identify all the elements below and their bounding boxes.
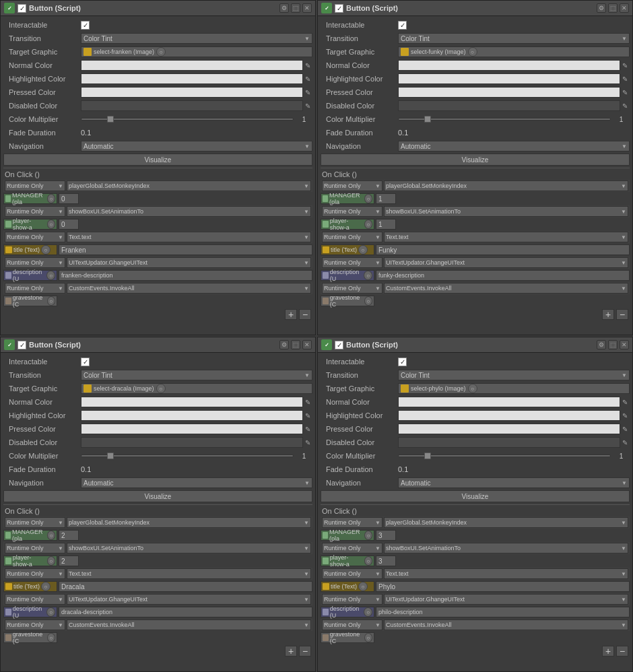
header-icon-1-1[interactable]: ⬚ xyxy=(608,3,618,13)
pressed-color-edit-icon[interactable]: ✎ xyxy=(303,88,312,97)
add-event-button[interactable]: + xyxy=(285,309,297,320)
desc-circle-3[interactable]: ○ xyxy=(364,607,372,617)
ok-icon-2[interactable]: ✓ xyxy=(4,339,15,350)
event-timing-dropdown-3[interactable]: Runtime Only▼ xyxy=(322,594,382,605)
add-event-button[interactable]: + xyxy=(285,646,297,657)
highlighted-color-edit-icon[interactable]: ✎ xyxy=(620,74,630,83)
interactable-checkbox[interactable]: ✓ xyxy=(81,358,90,366)
remove-event-button[interactable]: − xyxy=(616,309,628,320)
event-timing-dropdown-0[interactable]: Runtime Only▼ xyxy=(322,517,382,528)
target-graphic-field[interactable]: select-phylo (Image)○ xyxy=(398,383,630,394)
event-func-dropdown-1[interactable]: showBoxUI.SetAnimationTo▼ xyxy=(384,206,628,217)
event-timing-dropdown-4[interactable]: Runtime Only▼ xyxy=(322,283,382,294)
event-func-dropdown-0[interactable]: playerGlobal.SetMonkeyIndex▼ xyxy=(67,517,311,528)
target-graphic-field[interactable]: select-funky (Image)○ xyxy=(398,46,630,57)
title-circle-2[interactable]: ○ xyxy=(358,582,368,591)
color-multiplier-slider[interactable]: 1 xyxy=(398,116,630,123)
disabled-color-edit-icon[interactable]: ✎ xyxy=(620,101,630,110)
navigation-dropdown[interactable]: Automatic▼ xyxy=(81,141,312,152)
event-func-dropdown-2[interactable]: Text.text▼ xyxy=(67,568,311,579)
desc-circle-3[interactable]: ○ xyxy=(364,271,372,280)
event-timing-dropdown-1[interactable]: Runtime Only▼ xyxy=(322,206,382,217)
highlighted-color-edit-icon[interactable]: ✎ xyxy=(303,74,312,83)
visualize-button[interactable]: Visualize xyxy=(321,154,630,166)
script-checkbox-0[interactable]: ✓ xyxy=(18,4,26,13)
header-icon-0-2[interactable]: ✕ xyxy=(302,3,312,13)
event-timing-dropdown-1[interactable]: Runtime Only▼ xyxy=(322,543,382,553)
event-func-dropdown-3[interactable]: UITextUpdator.GhangeUIText▼ xyxy=(384,257,628,268)
manager-circle-1[interactable]: ○ xyxy=(364,556,372,566)
desc-obj-3[interactable]: description (U○ xyxy=(321,607,374,617)
event-func-dropdown-2[interactable]: Text.text▼ xyxy=(384,568,628,579)
interactable-checkbox[interactable]: ✓ xyxy=(398,21,407,30)
manager-obj-1[interactable]: player-show-a○ xyxy=(321,219,374,230)
header-icon-1-0[interactable]: ⚙ xyxy=(597,3,606,13)
highlighted-color-edit-icon[interactable]: ✎ xyxy=(620,411,630,420)
header-icon-1-2[interactable]: ✕ xyxy=(620,3,629,13)
manager-circle-0[interactable]: ○ xyxy=(47,531,55,540)
manager-circle-1[interactable]: ○ xyxy=(47,220,55,229)
manager-obj-0[interactable]: MANAGER (pla○ xyxy=(321,193,374,204)
grave-circle-4[interactable]: ○ xyxy=(364,296,372,306)
grave-obj-4[interactable]: gravestone (C○ xyxy=(321,632,374,643)
event-func-dropdown-0[interactable]: playerGlobal.SetMonkeyIndex▼ xyxy=(384,180,628,191)
manager-obj-0[interactable]: MANAGER (pla○ xyxy=(3,530,57,541)
normal-color-field[interactable] xyxy=(81,60,303,71)
target-graphic-field[interactable]: select-franken (Image)○ xyxy=(81,46,312,57)
disabled-color-field[interactable] xyxy=(398,100,620,111)
event-func-dropdown-2[interactable]: Text.text▼ xyxy=(67,232,311,242)
pressed-color-field[interactable] xyxy=(398,87,620,98)
target-graphic-circle-btn[interactable]: ○ xyxy=(468,384,477,393)
event-timing-dropdown-1[interactable]: Runtime Only▼ xyxy=(5,206,65,217)
ok-icon-1[interactable]: ✓ xyxy=(321,3,332,13)
header-icon-2-0[interactable]: ⚙ xyxy=(279,340,289,349)
desc-circle-3[interactable]: ○ xyxy=(46,607,55,617)
event-timing-dropdown-4[interactable]: Runtime Only▼ xyxy=(322,619,382,630)
interactable-checkbox[interactable]: ✓ xyxy=(398,358,407,366)
event-func-dropdown-0[interactable]: playerGlobal.SetMonkeyIndex▼ xyxy=(384,517,628,528)
highlighted-color-field[interactable] xyxy=(398,410,620,421)
transition-dropdown[interactable]: Color Tint▼ xyxy=(398,370,630,380)
event-timing-dropdown-0[interactable]: Runtime Only▼ xyxy=(5,180,65,191)
normal-color-edit-icon[interactable]: ✎ xyxy=(303,61,312,70)
pressed-color-edit-icon[interactable]: ✎ xyxy=(620,424,630,434)
script-checkbox-2[interactable]: ✓ xyxy=(18,341,26,349)
header-icon-0-1[interactable]: ⬚ xyxy=(291,3,300,13)
desc-obj-3[interactable]: description (U○ xyxy=(321,270,374,281)
desc-obj-3[interactable]: description (U○ xyxy=(3,607,57,617)
header-icon-0-0[interactable]: ⚙ xyxy=(279,3,289,13)
script-checkbox-1[interactable]: ✓ xyxy=(335,4,343,13)
title-obj-2[interactable]: title (Text)○ xyxy=(321,244,374,255)
disabled-color-edit-icon[interactable]: ✎ xyxy=(620,438,630,447)
script-checkbox-3[interactable]: ✓ xyxy=(335,341,343,349)
event-func-dropdown-4[interactable]: CustomEvents.InvokeAll▼ xyxy=(384,283,628,294)
manager-obj-1[interactable]: player-show-a○ xyxy=(3,219,57,230)
pressed-color-edit-icon[interactable]: ✎ xyxy=(620,88,630,97)
ok-icon-0[interactable]: ✓ xyxy=(4,3,15,13)
normal-color-edit-icon[interactable]: ✎ xyxy=(303,397,312,407)
navigation-dropdown[interactable]: Automatic▼ xyxy=(398,477,630,488)
visualize-button[interactable]: Visualize xyxy=(321,490,630,502)
disabled-color-field[interactable] xyxy=(398,437,620,448)
event-timing-dropdown-2[interactable]: Runtime Only▼ xyxy=(322,232,382,242)
event-func-dropdown-3[interactable]: UITextUpdator.GhangeUIText▼ xyxy=(384,594,628,605)
disabled-color-edit-icon[interactable]: ✎ xyxy=(303,438,312,447)
header-icon-3-0[interactable]: ⚙ xyxy=(597,340,606,349)
manager-obj-1[interactable]: player-show-a○ xyxy=(321,556,374,566)
target-graphic-circle-btn[interactable]: ○ xyxy=(156,47,166,57)
event-timing-dropdown-2[interactable]: Runtime Only▼ xyxy=(5,232,65,242)
interactable-checkbox[interactable]: ✓ xyxy=(81,21,90,30)
grave-circle-4[interactable]: ○ xyxy=(47,296,55,306)
normal-color-field[interactable] xyxy=(81,397,303,407)
event-func-dropdown-4[interactable]: CustomEvents.InvokeAll▼ xyxy=(67,619,311,630)
desc-obj-3[interactable]: description (U○ xyxy=(3,270,57,281)
manager-obj-1[interactable]: player-show-a○ xyxy=(3,556,57,566)
manager-circle-1[interactable]: ○ xyxy=(47,556,55,566)
highlighted-color-edit-icon[interactable]: ✎ xyxy=(303,411,312,420)
title-circle-2[interactable]: ○ xyxy=(41,582,51,591)
manager-circle-0[interactable]: ○ xyxy=(364,531,372,540)
event-timing-dropdown-1[interactable]: Runtime Only▼ xyxy=(5,543,65,553)
disabled-color-edit-icon[interactable]: ✎ xyxy=(303,101,312,110)
target-graphic-circle-btn[interactable]: ○ xyxy=(468,47,477,57)
navigation-dropdown[interactable]: Automatic▼ xyxy=(81,477,312,488)
